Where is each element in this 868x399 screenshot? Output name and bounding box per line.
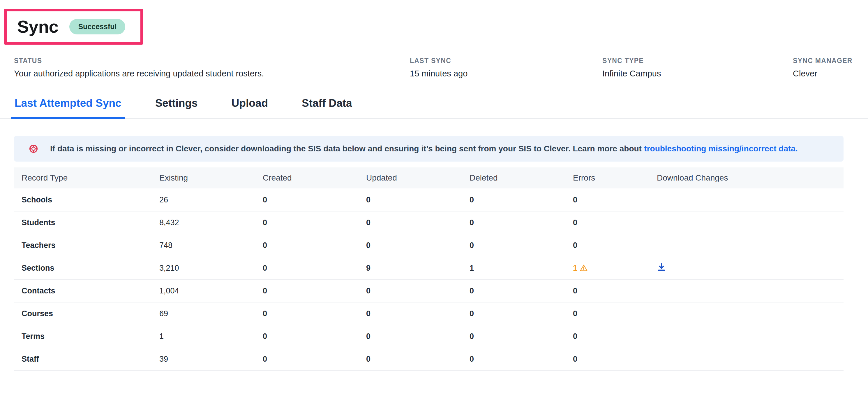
- sync-type-value: Infinite Campus: [602, 69, 793, 79]
- record-type-cell: Contacts: [14, 279, 152, 302]
- errors-cell: 0: [565, 189, 649, 211]
- deleted-cell: 0: [462, 279, 565, 302]
- table-header: Record Type Existing Created Updated Del…: [14, 167, 843, 189]
- table-row: Schools 26 0 0 0 0: [14, 189, 843, 211]
- col-created: Created: [255, 167, 359, 189]
- sync-table-body: Schools 26 0 0 0 0: [14, 189, 843, 370]
- col-deleted: Deleted: [462, 167, 565, 189]
- errors-cell: 1: [565, 257, 649, 279]
- errors-cell: 0: [565, 302, 649, 325]
- col-errors: Errors: [565, 167, 649, 189]
- existing-cell: 3,210: [152, 257, 255, 279]
- status-label: STATUS: [14, 57, 410, 65]
- sync-status-badge: Successful: [69, 19, 125, 34]
- lifebuoy-help-icon: [29, 144, 38, 154]
- banner-message: If data is missing or incorrect in Cleve…: [50, 143, 798, 154]
- info-sync-manager: SYNC MANAGER Clever: [793, 57, 854, 79]
- col-existing: Existing: [152, 167, 255, 189]
- existing-cell: 8,432: [152, 211, 255, 234]
- warning-icon: [580, 264, 588, 272]
- deleted-cell: 0: [462, 325, 565, 348]
- errors-count: 0: [573, 355, 577, 364]
- updated-cell: 0: [359, 279, 462, 302]
- errors-count: 0: [573, 309, 577, 318]
- record-type-cell: Staff: [14, 348, 152, 370]
- deleted-cell: 0: [462, 189, 565, 211]
- sync-manager-value: Clever: [793, 69, 854, 79]
- last-sync-value: 15 minutes ago: [410, 69, 602, 79]
- created-cell: 0: [255, 325, 359, 348]
- tab-upload[interactable]: Upload: [228, 97, 272, 119]
- download-changes-cell: [649, 234, 843, 257]
- updated-cell: 0: [359, 189, 462, 211]
- created-cell: 0: [255, 234, 359, 257]
- created-cell: 0: [255, 302, 359, 325]
- created-cell: 0: [255, 189, 359, 211]
- sync-manager-label: SYNC MANAGER: [793, 57, 854, 65]
- tab-staff-data[interactable]: Staff Data: [298, 97, 355, 119]
- sync-page: Sync Successful STATUS Your authorized a…: [0, 0, 868, 399]
- tab-bar: Last Attempted Sync Settings Upload Staf…: [0, 97, 868, 119]
- download-changes-cell: [649, 302, 843, 325]
- page-title: Sync: [17, 17, 58, 37]
- existing-cell: 39: [152, 348, 255, 370]
- created-cell: 0: [255, 257, 359, 279]
- errors-count: 0: [573, 195, 577, 204]
- updated-cell: 0: [359, 348, 462, 370]
- record-type-cell: Sections: [14, 257, 152, 279]
- sync-title-annotation-box: Sync Successful: [4, 9, 143, 45]
- table-row: Courses 69 0 0 0 0: [14, 302, 843, 325]
- errors-count: 0: [573, 241, 577, 250]
- updated-cell: 0: [359, 325, 462, 348]
- record-type-cell: Courses: [14, 302, 152, 325]
- existing-cell: 26: [152, 189, 255, 211]
- download-changes-cell: [649, 189, 843, 211]
- record-type-cell: Schools: [14, 189, 152, 211]
- errors-cell: 0: [565, 234, 649, 257]
- record-type-cell: Students: [14, 211, 152, 234]
- info-status: STATUS Your authorized applications are …: [14, 57, 410, 79]
- banner-message-text: If data is missing or incorrect in Cleve…: [50, 144, 642, 153]
- sis-data-banner: If data is missing or incorrect in Cleve…: [14, 136, 843, 162]
- errors-cell: 0: [565, 325, 649, 348]
- table-row: Contacts 1,004 0 0 0 0: [14, 279, 843, 302]
- deleted-cell: 1: [462, 257, 565, 279]
- table-row: Teachers 748 0 0 0 0: [14, 234, 843, 257]
- sync-type-label: SYNC TYPE: [602, 57, 793, 65]
- existing-cell: 1,004: [152, 279, 255, 302]
- download-changes-cell: [649, 257, 843, 279]
- deleted-cell: 0: [462, 211, 565, 234]
- info-sync-type: SYNC TYPE Infinite Campus: [602, 57, 793, 79]
- errors-cell: 0: [565, 211, 649, 234]
- download-changes-cell: [649, 325, 843, 348]
- updated-cell: 9: [359, 257, 462, 279]
- download-changes-cell: [649, 211, 843, 234]
- troubleshooting-link[interactable]: troubleshooting missing/incorrect data.: [644, 144, 798, 153]
- download-changes-cell: [649, 348, 843, 370]
- updated-cell: 0: [359, 302, 462, 325]
- download-icon[interactable]: [657, 262, 666, 272]
- table-row: Sections 3,210 0 9 1 1: [14, 257, 843, 279]
- created-cell: 0: [255, 279, 359, 302]
- errors-cell: 0: [565, 279, 649, 302]
- record-type-cell: Terms: [14, 325, 152, 348]
- sync-results-table: Record Type Existing Created Updated Del…: [14, 167, 843, 371]
- info-last-sync: LAST SYNC 15 minutes ago: [410, 57, 602, 79]
- col-updated: Updated: [359, 167, 462, 189]
- created-cell: 0: [255, 348, 359, 370]
- existing-cell: 1: [152, 325, 255, 348]
- errors-count: 0: [573, 332, 577, 341]
- status-value: Your authorized applications are receivi…: [14, 69, 410, 79]
- tab-last-attempted-sync[interactable]: Last Attempted Sync: [11, 97, 125, 119]
- errors-count: 1: [573, 264, 577, 273]
- sync-info-row: STATUS Your authorized applications are …: [0, 45, 868, 79]
- existing-cell: 69: [152, 302, 255, 325]
- errors-count: 0: [573, 218, 577, 227]
- updated-cell: 0: [359, 234, 462, 257]
- created-cell: 0: [255, 211, 359, 234]
- updated-cell: 0: [359, 211, 462, 234]
- tab-settings[interactable]: Settings: [152, 97, 201, 119]
- errors-count: 0: [573, 286, 577, 295]
- col-record-type: Record Type: [14, 167, 152, 189]
- download-changes-cell: [649, 279, 843, 302]
